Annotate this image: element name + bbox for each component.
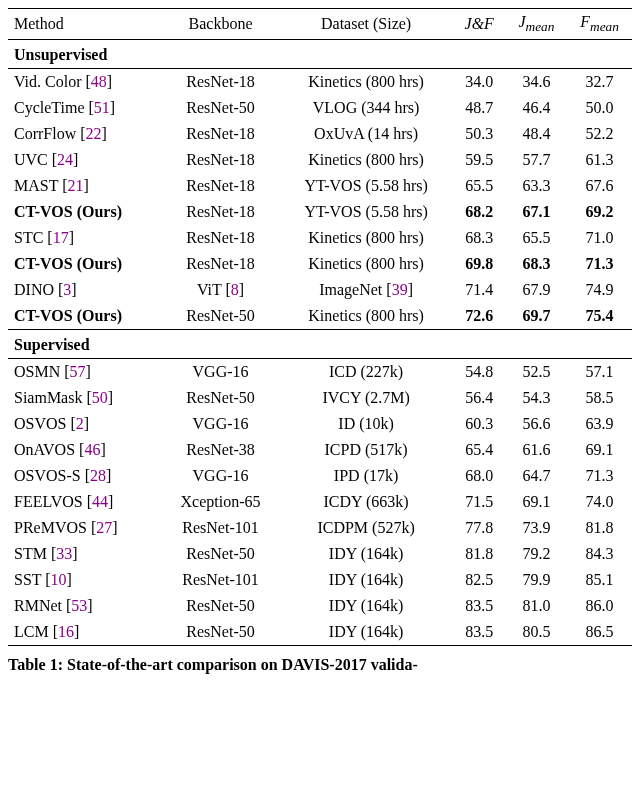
jmean-cell: 67.9 xyxy=(506,277,567,303)
table-row: CT-VOS (Ours)ResNet-50Kinetics (800 hrs)… xyxy=(8,303,632,330)
dataset-cell: IVCY (2.7M) xyxy=(279,385,452,411)
jmean-cell: 65.5 xyxy=(506,225,567,251)
method-cell: MAST [21] xyxy=(8,173,162,199)
method-cell: UVC [24] xyxy=(8,147,162,173)
method-cell: CycleTime [51] xyxy=(8,95,162,121)
method-cell: CT-VOS (Ours) xyxy=(8,199,162,225)
jmean-cell: 48.4 xyxy=(506,121,567,147)
col-dataset: Dataset (Size) xyxy=(279,9,452,40)
dataset-cell: VLOG (344 hrs) xyxy=(279,95,452,121)
fmean-cell: 84.3 xyxy=(567,541,632,567)
jmean-cell: 79.9 xyxy=(506,567,567,593)
dataset-cell: ICD (227k) xyxy=(279,359,452,386)
dataset-cell: Kinetics (800 hrs) xyxy=(279,225,452,251)
method-cell: OSVOS [2] xyxy=(8,411,162,437)
table-row: Vid. Color [48]ResNet-18Kinetics (800 hr… xyxy=(8,69,632,96)
jf-cell: 65.4 xyxy=(453,437,506,463)
backbone-cell: ResNet-50 xyxy=(162,385,280,411)
jmean-cell: 64.7 xyxy=(506,463,567,489)
fmean-cell: 86.5 xyxy=(567,619,632,646)
fmean-cell: 50.0 xyxy=(567,95,632,121)
jmean-cell: 73.9 xyxy=(506,515,567,541)
section-header: Unsupervised xyxy=(8,40,632,69)
method-cell: OSMN [57] xyxy=(8,359,162,386)
method-cell: CT-VOS (Ours) xyxy=(8,303,162,330)
fmean-cell: 57.1 xyxy=(567,359,632,386)
dataset-cell: ICDPM (527k) xyxy=(279,515,452,541)
table-row: CycleTime [51]ResNet-50VLOG (344 hrs)48.… xyxy=(8,95,632,121)
backbone-cell: ResNet-18 xyxy=(162,199,280,225)
fmean-cell: 63.9 xyxy=(567,411,632,437)
fmean-cell: 67.6 xyxy=(567,173,632,199)
jf-cell: 54.8 xyxy=(453,359,506,386)
jf-cell: 68.0 xyxy=(453,463,506,489)
method-cell: SST [10] xyxy=(8,567,162,593)
jmean-cell: 79.2 xyxy=(506,541,567,567)
method-cell: CT-VOS (Ours) xyxy=(8,251,162,277)
backbone-cell: VGG-16 xyxy=(162,411,280,437)
fmean-cell: 69.1 xyxy=(567,437,632,463)
method-cell: CorrFlow [22] xyxy=(8,121,162,147)
backbone-cell: ResNet-50 xyxy=(162,593,280,619)
backbone-cell: VGG-16 xyxy=(162,359,280,386)
backbone-cell: ResNet-18 xyxy=(162,225,280,251)
table-row: OSVOS-S [28]VGG-16IPD (17k)68.064.771.3 xyxy=(8,463,632,489)
jmean-cell: 63.3 xyxy=(506,173,567,199)
dataset-cell: ICDY (663k) xyxy=(279,489,452,515)
jmean-cell: 54.3 xyxy=(506,385,567,411)
dataset-cell: ImageNet [39] xyxy=(279,277,452,303)
dataset-cell: IDY (164k) xyxy=(279,567,452,593)
jf-cell: 83.5 xyxy=(453,619,506,646)
table-row: DINO [3]ViT [8]ImageNet [39]71.467.974.9 xyxy=(8,277,632,303)
jmean-cell: 81.0 xyxy=(506,593,567,619)
jmean-cell: 56.6 xyxy=(506,411,567,437)
method-cell: SiamMask [50] xyxy=(8,385,162,411)
dataset-cell: IDY (164k) xyxy=(279,593,452,619)
dataset-cell: Kinetics (800 hrs) xyxy=(279,147,452,173)
method-cell: RMNet [53] xyxy=(8,593,162,619)
fmean-cell: 81.8 xyxy=(567,515,632,541)
backbone-cell: ResNet-101 xyxy=(162,567,280,593)
method-cell: STC [17] xyxy=(8,225,162,251)
jmean-cell: 61.6 xyxy=(506,437,567,463)
backbone-cell: ViT [8] xyxy=(162,277,280,303)
jf-cell: 65.5 xyxy=(453,173,506,199)
table-row: CorrFlow [22]ResNet-18OxUvA (14 hrs)50.3… xyxy=(8,121,632,147)
backbone-cell: ResNet-38 xyxy=(162,437,280,463)
col-method: Method xyxy=(8,9,162,40)
dataset-cell: OxUvA (14 hrs) xyxy=(279,121,452,147)
backbone-cell: ResNet-50 xyxy=(162,619,280,646)
jf-cell: 50.3 xyxy=(453,121,506,147)
backbone-cell: ResNet-18 xyxy=(162,173,280,199)
dataset-cell: IDY (164k) xyxy=(279,541,452,567)
backbone-cell: ResNet-50 xyxy=(162,95,280,121)
fmean-cell: 74.0 xyxy=(567,489,632,515)
jf-cell: 69.8 xyxy=(453,251,506,277)
jf-cell: 71.5 xyxy=(453,489,506,515)
jf-cell: 60.3 xyxy=(453,411,506,437)
jf-cell: 68.3 xyxy=(453,225,506,251)
backbone-cell: ResNet-50 xyxy=(162,541,280,567)
table-row: OSMN [57]VGG-16ICD (227k)54.852.557.1 xyxy=(8,359,632,386)
method-cell: Vid. Color [48] xyxy=(8,69,162,96)
backbone-cell: ResNet-18 xyxy=(162,121,280,147)
section-header: Supervised xyxy=(8,330,632,359)
fmean-cell: 71.0 xyxy=(567,225,632,251)
jf-cell: 81.8 xyxy=(453,541,506,567)
col-backbone: Backbone xyxy=(162,9,280,40)
dataset-cell: IPD (17k) xyxy=(279,463,452,489)
jf-cell: 77.8 xyxy=(453,515,506,541)
table-row: UVC [24]ResNet-18Kinetics (800 hrs)59.55… xyxy=(8,147,632,173)
table-row: SiamMask [50]ResNet-50IVCY (2.7M)56.454.… xyxy=(8,385,632,411)
backbone-cell: ResNet-101 xyxy=(162,515,280,541)
backbone-cell: ResNet-18 xyxy=(162,147,280,173)
jf-cell: 59.5 xyxy=(453,147,506,173)
method-cell: FEELVOS [44] xyxy=(8,489,162,515)
jf-cell: 48.7 xyxy=(453,95,506,121)
dataset-cell: YT-VOS (5.58 hrs) xyxy=(279,173,452,199)
fmean-cell: 52.2 xyxy=(567,121,632,147)
fmean-cell: 86.0 xyxy=(567,593,632,619)
jmean-cell: 57.7 xyxy=(506,147,567,173)
jmean-cell: 52.5 xyxy=(506,359,567,386)
method-cell: OSVOS-S [28] xyxy=(8,463,162,489)
